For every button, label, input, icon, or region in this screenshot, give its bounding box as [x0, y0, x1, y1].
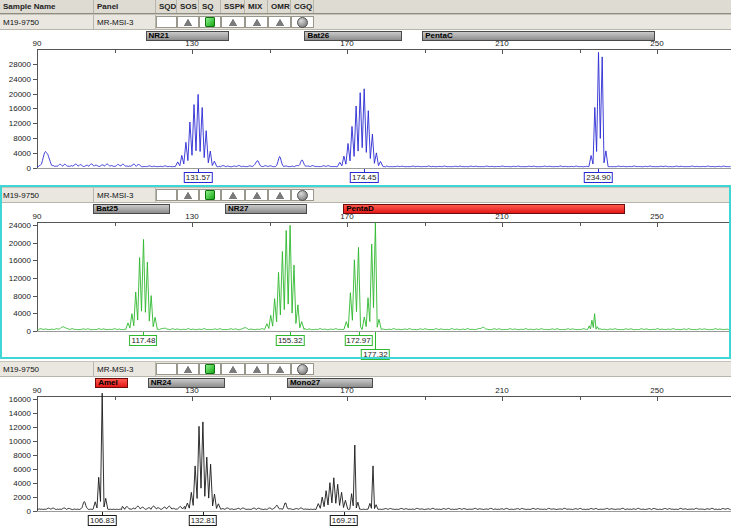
sspk-flag-cell[interactable]: [221, 189, 245, 201]
warning-triangle-icon: [184, 366, 192, 373]
col-header-sample-name[interactable]: Sample Name: [0, 0, 94, 13]
sample-name-cell[interactable]: M19-9750: [0, 15, 94, 29]
sos-flag-cell[interactable]: [177, 189, 199, 201]
marker-bar-pentac[interactable]: PentaC: [422, 31, 655, 41]
peak-size-label[interactable]: 234.90: [584, 172, 612, 183]
trace-panel-green: M19-9750 MR-MSI-3 Bat25NR27PentaD9013017…: [0, 187, 731, 360]
peak-size-label[interactable]: 174.45: [350, 172, 378, 183]
peak-size-label[interactable]: 117.48: [130, 335, 158, 346]
sq-flag-cell[interactable]: [199, 16, 221, 28]
electropherogram-plot[interactable]: NR21Bat26PentaC9013017021025004000800012…: [0, 15, 731, 186]
cgq-flag-cell[interactable]: [291, 16, 314, 28]
electropherogram-plot[interactable]: Bat25NR27PentaD9013017021025004000800012…: [0, 188, 731, 360]
col-header-panel[interactable]: Panel: [94, 0, 156, 13]
col-header-mix[interactable]: MIX: [245, 0, 268, 13]
marker-bar-amel[interactable]: Amel: [95, 378, 128, 388]
peak-label-leader: [375, 332, 376, 349]
warning-triangle-icon: [276, 192, 284, 199]
sample-row[interactable]: M19-9750 MR-MSI-3: [0, 15, 731, 30]
gray-circle-icon: [297, 364, 308, 375]
peak-size-label[interactable]: 172.97: [344, 335, 372, 346]
peak-size-label[interactable]: 169.21: [330, 515, 358, 526]
mix-flag-cell[interactable]: [245, 189, 268, 201]
marker-bar-nr27[interactable]: NR27: [225, 204, 307, 214]
sample-row[interactable]: M19-9750 MR-MSI-3: [0, 188, 731, 203]
col-header-sq[interactable]: SQ: [199, 0, 221, 13]
sos-flag-cell[interactable]: [177, 363, 199, 375]
warning-triangle-icon: [229, 192, 237, 199]
sspk-flag-cell[interactable]: [221, 16, 245, 28]
gray-circle-icon: [297, 190, 308, 201]
mix-flag-cell[interactable]: [245, 16, 268, 28]
marker-bar-bat25[interactable]: Bat25: [93, 204, 170, 214]
electropherogram-trace: [0, 219, 731, 332]
peak-size-label[interactable]: 155.32: [276, 335, 304, 346]
warning-triangle-icon: [229, 19, 237, 26]
electropherogram-plot[interactable]: AmelNR24Mono2790130170210250020004000600…: [0, 362, 731, 527]
warning-triangle-icon: [253, 19, 261, 26]
warning-triangle-icon: [276, 366, 284, 373]
green-square-icon: [205, 17, 215, 27]
warning-triangle-icon: [229, 366, 237, 373]
sq-flag-cell[interactable]: [199, 189, 221, 201]
peak-size-label[interactable]: 177.32: [361, 349, 389, 360]
sspk-flag-cell[interactable]: [221, 363, 245, 375]
omr-flag-cell[interactable]: [268, 189, 291, 201]
sample-name-cell[interactable]: M19-9750: [0, 188, 94, 202]
gray-circle-icon: [297, 17, 308, 28]
omr-flag-cell[interactable]: [268, 16, 291, 28]
warning-triangle-icon: [276, 19, 284, 26]
sqd-flag-cell[interactable]: [156, 189, 177, 201]
col-header-sspk[interactable]: SSPK: [221, 0, 245, 13]
sample-name-cell[interactable]: M19-9750: [0, 362, 94, 376]
panel-name-cell[interactable]: MR-MSI-3: [94, 188, 156, 202]
col-header-omr[interactable]: OMR: [268, 0, 291, 13]
trace-panel-black: M19-9750 MR-MSI-3 AmelNR24Mono2790130170…: [0, 361, 731, 527]
electropherogram-trace: [0, 46, 731, 169]
sqd-flag-cell[interactable]: [156, 16, 177, 28]
col-header-sqd[interactable]: SQD: [156, 0, 177, 13]
warning-triangle-icon: [253, 192, 261, 199]
mix-flag-cell[interactable]: [245, 363, 268, 375]
col-header-cgq[interactable]: CGQ: [291, 0, 314, 13]
panel-name-cell[interactable]: MR-MSI-3: [94, 362, 156, 376]
warning-triangle-icon: [184, 19, 192, 26]
marker-bar-mono27[interactable]: Mono27: [287, 378, 373, 388]
cgq-flag-cell[interactable]: [291, 363, 314, 375]
warning-triangle-icon: [184, 192, 192, 199]
electropherogram-trace: [0, 393, 731, 512]
panel-name-cell[interactable]: MR-MSI-3: [94, 15, 156, 29]
col-header-sos[interactable]: SOS: [177, 0, 199, 13]
omr-flag-cell[interactable]: [268, 363, 291, 375]
sq-flag-cell[interactable]: [199, 363, 221, 375]
sample-row[interactable]: M19-9750 MR-MSI-3: [0, 362, 731, 377]
peak-size-label[interactable]: 106.83: [88, 515, 116, 526]
cgq-flag-cell[interactable]: [291, 189, 314, 201]
sqd-flag-cell[interactable]: [156, 363, 177, 375]
warning-triangle-icon: [253, 366, 261, 373]
green-square-icon: [205, 364, 215, 374]
marker-bar-pentad[interactable]: PentaD: [343, 204, 625, 214]
peak-size-label[interactable]: 131.57: [184, 172, 212, 183]
green-square-icon: [205, 190, 215, 200]
peak-size-label[interactable]: 132.81: [189, 515, 217, 526]
trace-panel-blue: M19-9750 MR-MSI-3 NR21Bat26PentaC9013017…: [0, 14, 731, 186]
table-header: Sample Name Panel SQD SOS SQ SSPK MIX OM…: [0, 0, 731, 14]
sos-flag-cell[interactable]: [177, 16, 199, 28]
